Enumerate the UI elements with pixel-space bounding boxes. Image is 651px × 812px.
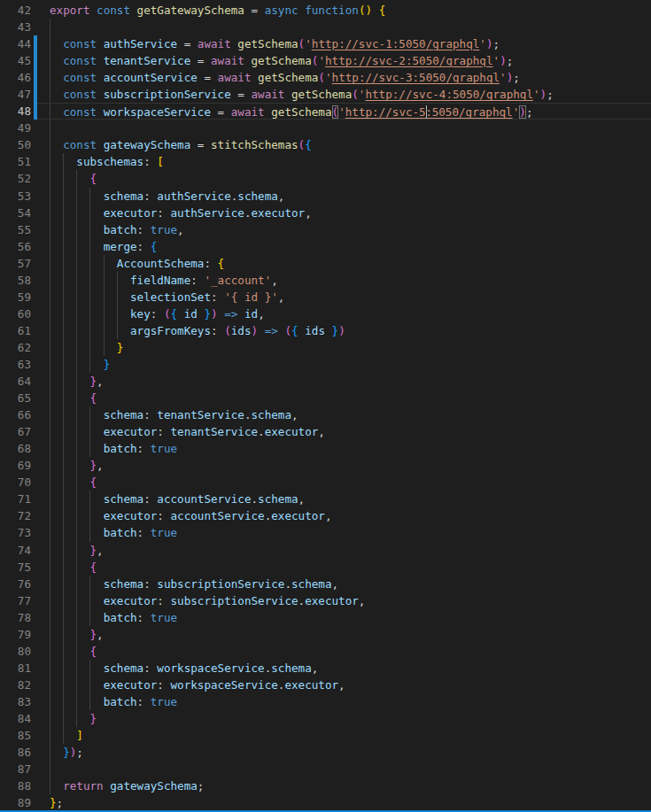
code-line[interactable]: 62 }: [0, 339, 651, 356]
line-number[interactable]: 81: [0, 660, 31, 677]
line-number[interactable]: 50: [0, 136, 31, 153]
line-number[interactable]: 61: [0, 322, 31, 339]
code-line[interactable]: 88 return gatewaySchema;: [0, 777, 651, 794]
line-number[interactable]: 72: [0, 507, 31, 524]
code-line[interactable]: 55 batch: true,: [0, 221, 651, 238]
code-line[interactable]: 61 argsFromKeys: (ids) => ({ ids }): [0, 322, 651, 339]
line-number[interactable]: 52: [0, 170, 31, 187]
code-line[interactable]: 84 }: [0, 710, 651, 727]
code-line[interactable]: 69 },: [0, 457, 651, 474]
code-line[interactable]: 58 fieldName: '_account',: [0, 272, 651, 289]
line-number[interactable]: 87: [0, 761, 31, 777]
line-number[interactable]: 60: [0, 305, 31, 322]
code-line[interactable]: 73 batch: true: [0, 524, 651, 541]
code-line[interactable]: 71 schema: accountService.schema,: [0, 491, 651, 507]
line-number[interactable]: 65: [0, 390, 31, 406]
line-number[interactable]: 62: [0, 339, 31, 356]
code-line[interactable]: 78 batch: true: [0, 609, 651, 626]
code-line[interactable]: 82 executor: workspaceService.executor,: [0, 677, 651, 693]
line-number[interactable]: 66: [0, 406, 31, 423]
line-number[interactable]: 88: [0, 777, 31, 794]
code-line[interactable]: 50 const gatewaySchema = stitchSchemas({: [0, 136, 651, 153]
code-line[interactable]: 77 executor: subscriptionService.executo…: [0, 592, 651, 609]
line-number[interactable]: 71: [0, 491, 31, 507]
code-line[interactable]: 45 const tenantService = await getSchema…: [0, 52, 651, 69]
line-number[interactable]: 46: [0, 69, 31, 86]
line-number[interactable]: 44: [0, 35, 31, 52]
line-number[interactable]: 69: [0, 457, 31, 474]
line-number[interactable]: 86: [0, 744, 31, 761]
line-number[interactable]: 55: [0, 221, 31, 238]
line-number[interactable]: 70: [0, 474, 31, 491]
line-number[interactable]: 85: [0, 727, 31, 744]
code-line[interactable]: 85 ]: [0, 727, 651, 744]
code-line[interactable]: 66 schema: tenantService.schema,: [0, 406, 651, 423]
code-line[interactable]: 74 },: [0, 542, 651, 559]
line-number[interactable]: 76: [0, 576, 31, 592]
line-number[interactable]: 48: [0, 103, 31, 120]
code-line[interactable]: 51 subschemas: [: [0, 153, 651, 170]
code-line[interactable]: 83 batch: true: [0, 693, 651, 710]
code-line[interactable]: 53 schema: authService.schema,: [0, 188, 651, 205]
token: [50, 678, 104, 692]
line-number[interactable]: 89: [0, 794, 31, 811]
token: {: [90, 645, 97, 658]
line-number[interactable]: 63: [0, 356, 31, 373]
code-line[interactable]: 81 schema: workspaceService.schema,: [0, 660, 651, 677]
line-number[interactable]: 77: [0, 592, 31, 609]
token: ': [533, 88, 540, 101]
line-number[interactable]: 58: [0, 272, 31, 289]
line-number[interactable]: 78: [0, 609, 31, 626]
code-line[interactable]: 56 merge: {: [0, 238, 651, 255]
line-number[interactable]: 75: [0, 559, 31, 576]
code-line[interactable]: 48 const workspaceService = await getSch…: [0, 103, 651, 120]
line-number[interactable]: 82: [0, 677, 31, 693]
line-number[interactable]: 57: [0, 255, 31, 272]
code-line[interactable]: 42export const getGatewaySchema = async …: [0, 2, 651, 19]
code-line[interactable]: 49: [0, 120, 651, 136]
line-number[interactable]: 56: [0, 238, 31, 255]
line-number[interactable]: 79: [0, 626, 31, 643]
token: true: [151, 223, 177, 236]
code-line[interactable]: 54 executor: authService.executor,: [0, 205, 651, 221]
line-number[interactable]: 49: [0, 120, 31, 136]
code-line[interactable]: 70 {: [0, 474, 651, 491]
code-line[interactable]: 75 {: [0, 559, 651, 576]
line-number[interactable]: 51: [0, 153, 31, 170]
line-number[interactable]: 84: [0, 710, 31, 727]
code-line[interactable]: 46 const accountService = await getSchem…: [0, 69, 651, 86]
code-line[interactable]: 86 });: [0, 744, 651, 761]
line-number[interactable]: 83: [0, 693, 31, 710]
line-number[interactable]: 74: [0, 542, 31, 559]
code-line[interactable]: 65 {: [0, 390, 651, 406]
line-number[interactable]: 42: [0, 2, 31, 19]
line-number[interactable]: 53: [0, 188, 31, 205]
code-line[interactable]: 59 selectionSet: '{ id }',: [0, 289, 651, 305]
code-line[interactable]: 47 const subscriptionService = await get…: [0, 86, 651, 103]
code-line[interactable]: 68 batch: true: [0, 440, 651, 457]
line-number[interactable]: 64: [0, 373, 31, 390]
line-number[interactable]: 67: [0, 423, 31, 440]
code-line[interactable]: 43: [0, 19, 651, 35]
code-line[interactable]: 79 },: [0, 626, 651, 643]
code-line[interactable]: 76 schema: subscriptionService.schema,: [0, 576, 651, 592]
line-number[interactable]: 80: [0, 643, 31, 660]
line-number[interactable]: 47: [0, 86, 31, 103]
code-line[interactable]: 80 {: [0, 643, 651, 660]
code-line[interactable]: 64 },: [0, 373, 651, 390]
line-number[interactable]: 68: [0, 440, 31, 457]
code-line[interactable]: 67 executor: tenantService.executor,: [0, 423, 651, 440]
code-line[interactable]: 89};: [0, 794, 651, 811]
code-line[interactable]: 60 key: ({ id }) => id,: [0, 305, 651, 322]
code-line[interactable]: 87: [0, 761, 651, 777]
line-number[interactable]: 45: [0, 52, 31, 69]
code-line[interactable]: 63 }: [0, 356, 651, 373]
code-line[interactable]: 57 AccountSchema: {: [0, 255, 651, 272]
code-line[interactable]: 72 executor: accountService.executor,: [0, 507, 651, 524]
line-number[interactable]: 43: [0, 19, 31, 35]
line-number[interactable]: 59: [0, 289, 31, 305]
line-number[interactable]: 73: [0, 524, 31, 541]
code-line[interactable]: 52 {: [0, 170, 651, 187]
line-number[interactable]: 54: [0, 205, 31, 221]
code-line[interactable]: 44 const authService = await getSchema('…: [0, 35, 651, 52]
